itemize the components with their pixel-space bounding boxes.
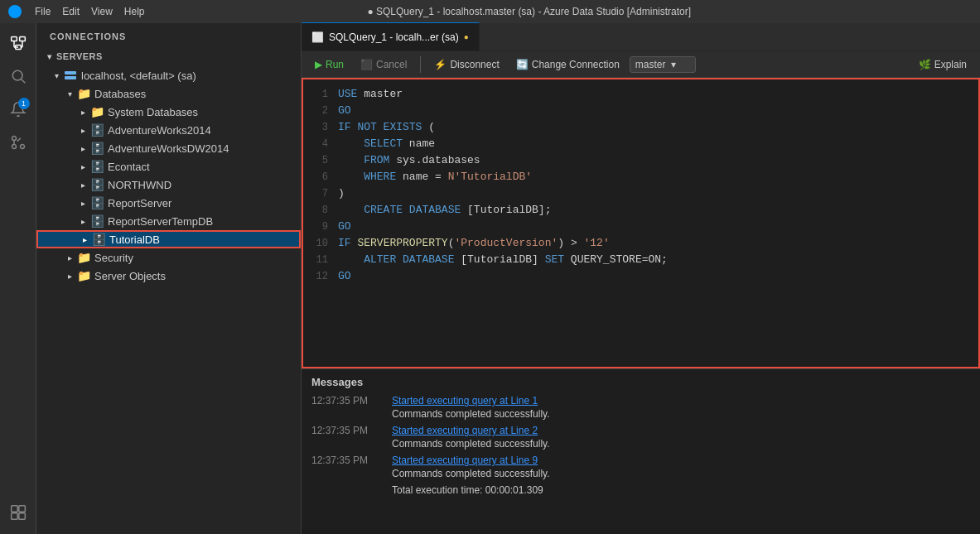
rs-db-icon: 🗄️ [89, 195, 104, 210]
serverobjects-label: Server Objects [94, 270, 166, 282]
message-row-1: 12:37:35 PM Started executing query at L… [311, 395, 970, 407]
svg-rect-15 [11, 513, 17, 520]
awdw-chevron[interactable] [76, 142, 89, 155]
servers-chevron[interactable] [43, 50, 56, 63]
db-dropdown-icon: ▾ [671, 59, 676, 70]
svg-point-11 [12, 145, 16, 149]
awdw-db-icon: 🗄️ [89, 141, 104, 156]
awdw-label: AdventureWorksDW2014 [108, 142, 229, 155]
run-button[interactable]: ▶ Run [308, 56, 350, 73]
serverobjects-chevron[interactable] [63, 269, 76, 282]
tree-item-reportserver[interactable]: 🗄️ ReportServer [36, 194, 301, 212]
line-num-4: 4 [303, 137, 338, 152]
msg-link-2[interactable]: Started executing query at Line 2 [392, 425, 538, 436]
activity-extensions[interactable] [3, 498, 33, 527]
svg-line-8 [21, 79, 25, 84]
code-line-1: 1 USE master [303, 86, 978, 103]
msg-link-1[interactable]: Started executing query at Line 1 [392, 395, 538, 407]
aw-chevron[interactable] [76, 123, 89, 137]
run-icon: ▶ [315, 59, 322, 70]
server-label: localhost, <default> (sa) [81, 70, 196, 82]
toolbar: ▶ Run ⬛ Cancel ⚡ Disconnect 🔄 Change Con… [302, 51, 980, 78]
disconnect-icon: ⚡ [434, 59, 447, 70]
menu-file[interactable]: File [35, 6, 51, 17]
security-label: Security [94, 252, 133, 264]
editor-tab-sqlquery[interactable]: ⬜ SQLQuery_1 - localh...er (sa) ● [302, 22, 480, 51]
tree-item-adventureworksdw[interactable]: 🗄️ AdventureWorksDW2014 [36, 139, 301, 157]
tree-item-reportservertempdb[interactable]: 🗄️ ReportServerTempDB [36, 212, 301, 230]
total-execution-time: Total execution time: 00:00:01.309 [392, 484, 970, 496]
tree-item-server[interactable]: localhost, <default> (sa) [36, 66, 301, 84]
servers-header: SERVERS [36, 46, 301, 66]
msg-link-3[interactable]: Started executing query at Line 9 [392, 455, 538, 466]
code-line-10: 10 IF SERVERPROPERTY('ProductVersion') >… [303, 235, 978, 252]
server-icon [63, 68, 78, 83]
line-num-8: 8 [303, 203, 338, 219]
database-selector[interactable]: master ▾ [630, 56, 696, 73]
activity-search[interactable] [3, 61, 33, 91]
code-line-11: 11 ALTER DATABASE [TutorialDB] SET QUERY… [303, 252, 978, 268]
svg-point-10 [12, 137, 16, 141]
msg-time-3: 12:37:35 PM [311, 455, 382, 466]
menu-edit[interactable]: Edit [62, 6, 80, 17]
db-value: master [635, 59, 666, 70]
code-line-3: 3 IF NOT EXISTS ( [303, 119, 978, 136]
systemdb-folder-icon: 📁 [89, 104, 104, 119]
econtact-chevron[interactable] [76, 160, 89, 173]
cancel-button[interactable]: ⬛ Cancel [354, 56, 413, 73]
northwnd-db-icon: 🗄️ [89, 177, 104, 192]
notification-badge: 1 [18, 98, 30, 109]
tutorialdb-db-icon: 🗄️ [91, 232, 106, 247]
security-chevron[interactable] [63, 251, 76, 264]
econtact-label: Econtact [108, 161, 150, 173]
editor-area: ⬜ SQLQuery_1 - localh...er (sa) ● ▶ Run … [302, 23, 980, 534]
explain-button[interactable]: 🌿 Explain [912, 56, 973, 73]
aw-label: AdventureWorks2014 [108, 124, 211, 137]
serverobjects-folder-icon: 📁 [76, 268, 91, 283]
code-line-5: 5 FROM sys.databases [303, 152, 978, 169]
msg-result-3: Commands completed successfully. [392, 468, 970, 479]
msg-result-2: Commands completed successfully. [392, 438, 970, 450]
activity-connections[interactable] [3, 28, 33, 58]
svg-point-7 [12, 70, 22, 80]
tutorialdb-chevron[interactable] [78, 233, 91, 246]
messages-title: Messages [311, 376, 970, 388]
svg-point-9 [20, 145, 24, 149]
code-line-2: 2 GO [303, 103, 978, 119]
northwnd-chevron[interactable] [76, 178, 89, 191]
tree-item-northwnd[interactable]: 🗄️ NORTHWND [36, 176, 301, 194]
activity-git[interactable] [3, 127, 33, 157]
server-chevron[interactable] [50, 69, 63, 82]
rstempdb-chevron[interactable] [76, 214, 89, 228]
systemdb-label: System Databases [108, 106, 198, 118]
tree-item-security[interactable]: 📁 Security [36, 248, 301, 267]
code-editor[interactable]: 1 USE master 2 GO 3 IF NOT EXISTS ( 4 SE… [302, 78, 980, 368]
tree-item-serverobjects[interactable]: 📁 Server Objects [36, 267, 301, 285]
app-body: 1 CONNECTIONS SERVERS [0, 23, 980, 534]
messages-pane: Messages 12:37:35 PM Started executing q… [302, 368, 980, 534]
tree-item-econtact[interactable]: 🗄️ Econtact [36, 157, 301, 176]
msg-result-1: Commands completed successfully. [392, 408, 970, 420]
connections-header: CONNECTIONS [36, 23, 301, 46]
menu-view[interactable]: View [91, 6, 113, 17]
msg-time-1: 12:37:35 PM [311, 395, 382, 407]
change-connection-button[interactable]: 🔄 Change Connection [509, 56, 626, 73]
menu-bar: File Edit View Help [35, 6, 145, 17]
svg-rect-14 [18, 506, 25, 512]
tab-modified-dot: ● [464, 32, 469, 41]
rs-chevron[interactable] [76, 196, 89, 209]
tree-item-adventureworks[interactable]: 🗄️ AdventureWorks2014 [36, 121, 301, 139]
tree-item-databases[interactable]: 📁 Databases [36, 84, 301, 103]
databases-chevron[interactable] [63, 87, 76, 100]
tree-item-tutorialdb[interactable]: 🗄️ TutorialDB [36, 230, 301, 248]
disconnect-button[interactable]: ⚡ Disconnect [427, 56, 505, 73]
tree-item-systemdb[interactable]: 📁 System Databases [36, 103, 301, 121]
systemdb-chevron[interactable] [76, 105, 89, 118]
code-line-6: 6 WHERE name = N'TutorialDB' [303, 169, 978, 185]
databases-folder-icon: 📁 [76, 86, 91, 101]
rs-label: ReportServer [108, 197, 171, 209]
activity-notifications[interactable]: 1 [3, 94, 33, 124]
servers-label: SERVERS [56, 51, 103, 61]
svg-point-19 [73, 72, 75, 74]
menu-help[interactable]: Help [124, 6, 145, 17]
